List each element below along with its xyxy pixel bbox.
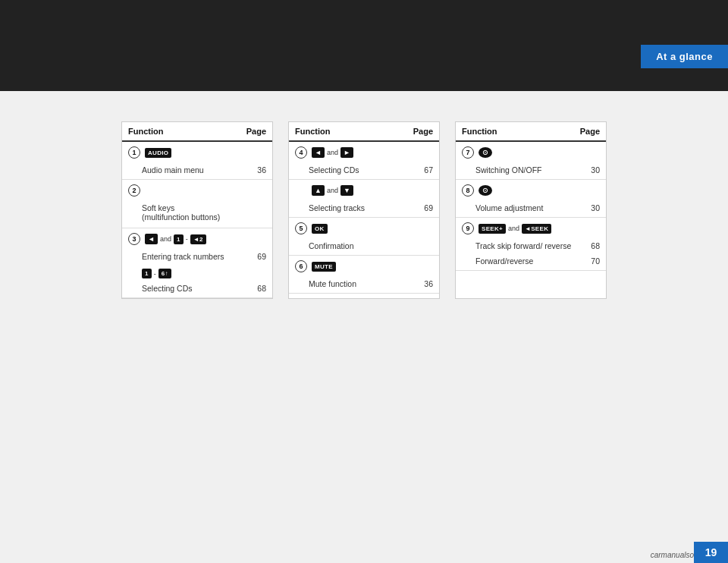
row4-top: 4 ◄ and ► bbox=[289, 142, 439, 163]
row5-num: 5 bbox=[295, 222, 307, 234]
row9b-page: 70 bbox=[591, 256, 600, 266]
footer-area: carmanualsonline.info bbox=[0, 517, 728, 563]
table-row: 9 SEEK+ and ◄SEEK Track skip forward/ re… bbox=[456, 218, 606, 271]
row2-top: 2 bbox=[122, 180, 272, 201]
ok-key: OK bbox=[312, 224, 328, 234]
function-table-2: Function Page 4 ◄ and ► Selecting CDs 67 bbox=[288, 121, 440, 299]
table-row: 6 MUTE Mute function 36 bbox=[289, 256, 439, 294]
up-key: ▲ bbox=[312, 185, 325, 196]
key-1b: 1 bbox=[142, 269, 152, 278]
seek-back-key: ◄SEEK bbox=[522, 224, 551, 234]
function-table-3: Function Page 7 ⊙ Switching ON/OFF 30 8 … bbox=[455, 121, 607, 299]
table3-function-col: Function bbox=[462, 127, 497, 136]
onoff-key: ⊙ bbox=[479, 147, 492, 158]
table-row: 4 ◄ and ► Selecting CDs 67 bbox=[289, 142, 439, 180]
dash-sep: - bbox=[186, 235, 188, 243]
table-row: 1 AUDIO Audio main menu 36 bbox=[122, 142, 272, 180]
row3-desc: Entering track numbers 69 bbox=[122, 250, 272, 266]
row4b-desc: Selecting tracks 69 bbox=[289, 201, 439, 217]
num1-key: 1 bbox=[174, 234, 184, 244]
row8-label: Volume adjustment bbox=[475, 203, 543, 212]
row4b-label: Selecting tracks bbox=[309, 203, 365, 212]
table-row: 7 ⊙ Switching ON/OFF 30 bbox=[456, 142, 606, 180]
row8-top: 8 ⊙ bbox=[456, 180, 606, 201]
row2-num: 2 bbox=[128, 184, 140, 197]
function-table-1: Function Page 1 AUDIO Audio main menu 36… bbox=[121, 121, 273, 299]
seek-plus-key: SEEK+ bbox=[479, 224, 506, 234]
table-row: 5 OK Confirmation bbox=[289, 218, 439, 256]
row6-page: 36 bbox=[424, 279, 433, 288]
row4-label: Selecting CDs bbox=[309, 165, 359, 175]
and-sep4: and bbox=[508, 225, 519, 232]
table3-header: Function Page bbox=[456, 122, 606, 142]
row3b-keys: 1 - 6↑ bbox=[122, 266, 272, 282]
table1-header: Function Page bbox=[122, 122, 272, 142]
row3-label: Entering track numbers bbox=[142, 252, 224, 261]
row4-page: 67 bbox=[424, 165, 433, 175]
row9-page: 68 bbox=[591, 241, 600, 250]
table-row: 3 ◄ and 1 - ◄2 Entering track numbers 69… bbox=[122, 228, 272, 298]
table-row: 2 Soft keys(multifunction buttons) bbox=[122, 180, 272, 228]
row1-num: 1 bbox=[128, 146, 140, 159]
row9-desc: Track skip forward/ reverse 68 bbox=[456, 239, 606, 255]
row5-desc: Confirmation bbox=[289, 239, 439, 255]
table1-function-col: Function bbox=[128, 127, 163, 136]
and-sep1: and bbox=[160, 235, 171, 243]
row4b-top: 4 ▲ and ▼ bbox=[289, 180, 439, 201]
and-sep2: and bbox=[327, 149, 338, 156]
top-banner: At a glance bbox=[0, 0, 728, 91]
row9-label: Track skip forward/ reverse bbox=[475, 241, 571, 250]
row1-page: 36 bbox=[257, 165, 266, 175]
row1-label: Audio main menu bbox=[142, 165, 204, 175]
num2-key: ◄2 bbox=[190, 234, 206, 244]
at-a-glance-tab: At a glance bbox=[641, 45, 728, 68]
row1-desc: Audio main menu 36 bbox=[122, 163, 272, 179]
row3b-page: 68 bbox=[257, 284, 266, 293]
left-arrow-key: ◄ bbox=[145, 234, 158, 244]
table-row: 4 ▲ and ▼ Selecting tracks 69 bbox=[289, 180, 439, 218]
right-key: ► bbox=[340, 147, 353, 158]
row4b-page: 69 bbox=[424, 203, 433, 212]
row5-top: 5 OK bbox=[289, 218, 439, 239]
row9b-desc: Forward/reverse 70 bbox=[456, 255, 606, 270]
row2-label: Soft keys(multifunction buttons) bbox=[142, 203, 220, 222]
row7-num: 7 bbox=[462, 146, 474, 159]
left-key: ◄ bbox=[312, 147, 325, 158]
row3-page: 69 bbox=[257, 252, 266, 261]
audio-key: AUDIO bbox=[145, 148, 171, 158]
row2-desc: Soft keys(multifunction buttons) bbox=[122, 201, 272, 228]
row3b-desc: Selecting CDs 68 bbox=[122, 282, 272, 297]
page-container: At a glance Function Page 1 AUDIO Audio … bbox=[0, 0, 728, 563]
row9-num: 9 bbox=[462, 222, 474, 234]
row3-num: 3 bbox=[128, 233, 140, 245]
row9-top: 9 SEEK+ and ◄SEEK bbox=[456, 218, 606, 239]
row7-top: 7 ⊙ bbox=[456, 142, 606, 163]
volume-key: ⊙ bbox=[479, 185, 492, 196]
table2-function-col: Function bbox=[295, 127, 330, 136]
row6-desc: Mute function 36 bbox=[289, 277, 439, 293]
row5-label: Confirmation bbox=[309, 241, 354, 250]
key-6b: 6↑ bbox=[158, 269, 171, 278]
row8-desc: Volume adjustment 30 bbox=[456, 201, 606, 217]
table1-page-col: Page bbox=[246, 127, 266, 136]
page-number-badge: 19 bbox=[694, 542, 728, 563]
table2-header: Function Page bbox=[289, 122, 439, 142]
row3-top: 3 ◄ and 1 - ◄2 bbox=[122, 228, 272, 250]
table-row: 8 ⊙ Volume adjustment 30 bbox=[456, 180, 606, 218]
content-area: Function Page 1 AUDIO Audio main menu 36… bbox=[0, 99, 728, 322]
tab-label: At a glance bbox=[656, 51, 713, 62]
page-number: 19 bbox=[705, 546, 717, 558]
row3b-label: Selecting CDs bbox=[142, 284, 193, 293]
row1-top: 1 AUDIO bbox=[122, 142, 272, 163]
row6-label: Mute function bbox=[309, 279, 356, 288]
dash-sep2: - bbox=[154, 270, 156, 278]
mute-key: MUTE bbox=[312, 262, 336, 272]
row4-num: 4 bbox=[295, 146, 307, 159]
row3-keys: ◄ and 1 - ◄2 bbox=[145, 234, 206, 244]
row7-label: Switching ON/OFF bbox=[475, 165, 542, 175]
row9-keys: SEEK+ and ◄SEEK bbox=[479, 224, 551, 234]
row4-keys: ◄ and ► bbox=[312, 147, 353, 158]
row6-num: 6 bbox=[295, 260, 307, 272]
row8-page: 30 bbox=[591, 203, 600, 212]
row8-num: 8 bbox=[462, 184, 474, 197]
